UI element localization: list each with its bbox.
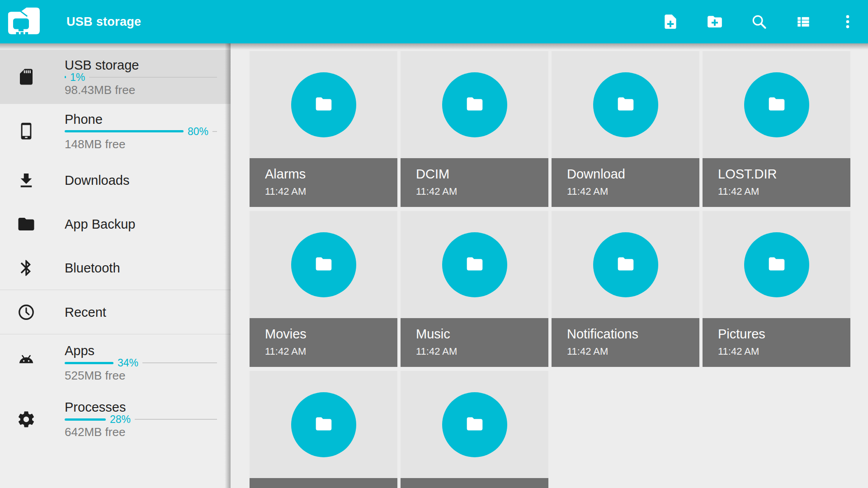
header-actions: [662, 13, 868, 30]
sd-card-icon: [16, 67, 36, 87]
folder-icon: [463, 253, 486, 277]
folder-circle: [593, 72, 658, 137]
sidebar-item-text: USB storage1%98.43MB free: [65, 57, 231, 97]
overflow-menu-button[interactable]: [839, 13, 856, 30]
folder-name: Music: [416, 327, 548, 342]
tile-preview: [703, 51, 850, 158]
sidebar-item-phone[interactable]: Phone80%148MB free: [0, 104, 231, 158]
folder-time: 11:42 AM: [567, 346, 699, 357]
sidebar-item-label: Bluetooth: [65, 260, 217, 276]
app-bar: USB storage: [0, 0, 868, 43]
folder-time: 11:42 AM: [265, 346, 397, 357]
folder-tile-lost-dir[interactable]: LOST.DIR11:42 AM: [703, 51, 850, 207]
folder-tile-alarms[interactable]: Alarms11:42 AM: [250, 51, 397, 207]
sidebar-item-text: Downloads: [65, 173, 231, 188]
folder-grid: Alarms11:42 AMDCIM11:42 AMDownload11:42 …: [250, 51, 868, 488]
sidebar-item-bluetooth[interactable]: Bluetooth: [0, 246, 231, 290]
folder-tile-unnamed-9[interactable]: [401, 371, 548, 488]
sidebar-item-recent[interactable]: Recent: [0, 290, 231, 334]
folder-tile-dcim[interactable]: DCIM11:42 AM: [401, 51, 548, 207]
search-button[interactable]: [750, 13, 768, 30]
folder-time: 11:42 AM: [567, 186, 699, 197]
folder-tile-pictures[interactable]: Pictures11:42 AM: [703, 211, 850, 367]
sidebar-item-text: App Backup: [65, 216, 231, 232]
folder-tile-music[interactable]: Music11:42 AM: [401, 211, 548, 367]
folder-tile-notifications[interactable]: Notifications11:42 AM: [552, 211, 699, 367]
tile-footer: Pictures11:42 AM: [703, 318, 850, 367]
tile-preview: [401, 211, 548, 318]
tile-footer: Notifications11:42 AM: [552, 318, 699, 367]
tile-preview: [401, 51, 548, 158]
tile-footer: [250, 478, 397, 488]
folder-icon: [614, 93, 637, 117]
folder-name: Download: [567, 167, 699, 182]
tile-footer: Download11:42 AM: [552, 158, 699, 207]
view-list-button[interactable]: [795, 13, 812, 30]
new-folder-button[interactable]: [706, 13, 723, 30]
storage-progress-bar: 28%: [65, 417, 217, 422]
sidebar-item-text: Apps34%525MB free: [65, 343, 231, 382]
sidebar-item-text: Bluetooth: [65, 260, 231, 276]
free-space-label: 642MB free: [65, 425, 217, 439]
bluetooth-icon: [16, 258, 36, 278]
sidebar-item-label: Apps: [65, 343, 217, 358]
sidebar-item-usb-storage[interactable]: USB storage1%98.43MB free: [0, 50, 231, 104]
sidebar-item-app-backup[interactable]: App Backup: [0, 202, 231, 246]
folder-icon: [312, 253, 335, 277]
list-view-icon: [795, 13, 812, 30]
progress-percent-label: 1%: [70, 75, 85, 80]
file-plus-icon: [662, 13, 679, 30]
folder-tile-movies[interactable]: Movies11:42 AM: [250, 211, 397, 367]
new-file-button[interactable]: [662, 13, 679, 30]
storage-progress-bar: 34%: [65, 360, 217, 366]
folder-tile-download[interactable]: Download11:42 AM: [552, 51, 699, 207]
sidebar-item-downloads[interactable]: Downloads: [0, 158, 231, 202]
main-area: USB storage1%98.43MB freePhone80%148MB f…: [0, 43, 868, 488]
folder-name: Notifications: [567, 327, 699, 342]
progress-track: [89, 77, 217, 78]
progress-percent-label: 28%: [110, 417, 131, 422]
tile-footer: Movies11:42 AM: [250, 318, 397, 367]
folder-icon: [614, 253, 637, 277]
storage-progress-bar: 1%: [65, 75, 217, 80]
folder-time: 11:42 AM: [718, 346, 850, 357]
folder-circle: [291, 72, 356, 137]
sidebar-item-label: Downloads: [65, 173, 217, 188]
progress-percent-label: 80%: [188, 129, 208, 134]
page-title: USB storage: [66, 15, 141, 29]
sidebar-item-label: Processes: [65, 399, 217, 415]
folder-circle: [291, 232, 356, 297]
sidebar-item-label: USB storage: [65, 57, 217, 73]
sidebar: USB storage1%98.43MB freePhone80%148MB f…: [0, 43, 231, 488]
folder-circle: [442, 72, 507, 137]
sidebar-item-apps[interactable]: Apps34%525MB free: [0, 334, 231, 391]
storage-progress-bar: 80%: [65, 129, 217, 134]
folder-icon: [765, 253, 788, 277]
folder-time: 11:42 AM: [718, 186, 850, 197]
folder-name: DCIM: [416, 167, 548, 182]
sidebar-item-processes[interactable]: Processes28%642MB free: [0, 391, 231, 447]
free-space-label: 148MB free: [65, 137, 217, 151]
folder-icon: [312, 413, 335, 437]
tile-footer: Alarms11:42 AM: [250, 158, 397, 207]
sidebar-item-text: Processes28%642MB free: [65, 399, 231, 439]
tile-footer: Music11:42 AM: [401, 318, 548, 367]
android-icon: [16, 353, 36, 373]
sidebar-item-label: Phone: [65, 112, 217, 127]
folder-circle: [744, 232, 809, 297]
folder-icon: [765, 93, 788, 117]
folder-tile-unnamed-8[interactable]: [250, 371, 397, 488]
app-logo-folder-device-icon: [4, 5, 43, 38]
clock-icon: [16, 302, 36, 322]
tile-footer: [401, 478, 548, 488]
folder-icon: [16, 214, 36, 234]
folder-icon: [312, 93, 335, 117]
progress-fill: [65, 76, 66, 78]
folder-circle: [442, 392, 507, 457]
phone-icon: [16, 121, 36, 141]
progress-track: [135, 419, 217, 420]
tile-preview: [250, 51, 397, 158]
free-space-label: 525MB free: [65, 369, 217, 382]
folder-icon: [463, 413, 486, 437]
folder-time: 11:42 AM: [265, 186, 397, 197]
